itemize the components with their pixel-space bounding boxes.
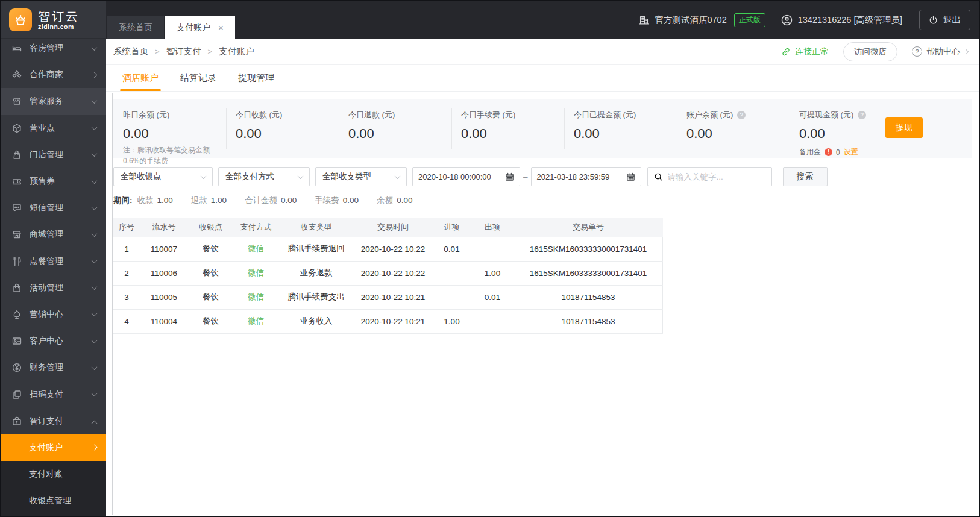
- breadcrumb-bar: 系统首页 > 智订支付 > 支付账户 连接正常 访问微店 ? 帮助中心: [106, 39, 979, 65]
- cell-txn: 101871154853: [514, 285, 663, 309]
- building-icon: [639, 15, 649, 25]
- sidebar-item-shop[interactable]: 门店管理: [1, 142, 106, 168]
- help-center-link[interactable]: ? 帮助中心: [912, 46, 968, 57]
- transaction-type-select[interactable]: 全部收支类型: [315, 167, 407, 186]
- breadcrumb-item[interactable]: 支付账户: [219, 46, 254, 57]
- cell-serial: 110007: [140, 237, 188, 261]
- transaction-type-select-value: 全部收支类型: [322, 171, 371, 182]
- cashier-select-value: 全部收银点: [121, 171, 162, 182]
- app-window: 智订云 zidinn.com 客房管理合作商家管家服务营业点门店管理预售券短信管…: [0, 0, 980, 517]
- sidebar-item-food[interactable]: 点餐管理: [1, 248, 106, 275]
- close-icon[interactable]: ×: [218, 23, 224, 32]
- sidebar-item-customer[interactable]: 客户中心: [1, 328, 106, 354]
- sidebar-subitem-payment-account[interactable]: 支付账户: [1, 434, 106, 461]
- reserve-value: 0: [836, 148, 840, 157]
- sidebar-item-rooms[interactable]: 客房管理: [1, 35, 106, 61]
- sidebar-item-marketing[interactable]: 营销中心: [1, 301, 106, 328]
- sidebar-item-label: 智订支付: [30, 416, 63, 427]
- cashier-select[interactable]: 全部收银点: [113, 167, 213, 186]
- reserve-settings-link[interactable]: 设置: [844, 147, 858, 157]
- search-input[interactable]: [668, 172, 765, 181]
- help-icon[interactable]: ?: [737, 111, 746, 119]
- cell-time: 2020-10-22 10:22: [354, 261, 432, 285]
- logout-button[interactable]: 退出: [919, 10, 970, 30]
- help-icon[interactable]: ?: [858, 111, 866, 119]
- cell-time: 2020-10-22 10:21: [354, 285, 432, 309]
- page-content: 昨日余额 (元) 0.00 注：腾讯收取每笔交易金额0.6%的手续费 今日收款 …: [106, 92, 979, 516]
- user-name: 13421316226 [高级管理员]: [798, 14, 902, 26]
- stat-label-text: 可提现金额 (元): [799, 110, 853, 121]
- chevron-down-icon: [201, 173, 207, 179]
- window-tab-home[interactable]: 系统首页: [107, 16, 164, 39]
- date-to-input[interactable]: 2021-03-18 23:59:59: [531, 167, 641, 186]
- sidebar-item-sms[interactable]: 短信管理: [1, 195, 106, 221]
- sidebar-subitem-cashier-management[interactable]: 收银点管理: [1, 487, 106, 514]
- tab-withdrawal-management[interactable]: 提现管理: [238, 65, 274, 91]
- cell-cashier: 餐饮: [188, 309, 233, 333]
- cell-out: [471, 309, 514, 333]
- summary-item: 合计金额0.00: [245, 195, 297, 206]
- chevron-down-icon: [92, 284, 98, 290]
- visit-shop-button[interactable]: 访问微店: [843, 42, 897, 61]
- cell-cashier: 餐饮: [188, 261, 233, 285]
- window-tab-payment-account[interactable]: 支付账户 ×: [165, 16, 235, 39]
- cell-type: 腾讯手续费退回: [278, 237, 354, 261]
- stat-card-account-balance: 账户余额 (元) ? 0.00: [677, 99, 790, 158]
- sidebar-item-scan[interactable]: 扫码支付: [1, 381, 106, 407]
- stat-value: 0.00: [574, 126, 677, 142]
- stat-label: 昨日余额 (元): [123, 110, 226, 121]
- sidebar-item-activity[interactable]: 活动管理: [1, 275, 106, 301]
- stat-card-today-fee: 今日手续费 (元) 0.00: [451, 99, 564, 158]
- sidebar-item-butler[interactable]: 管家服务: [1, 88, 106, 114]
- stat-value: 0.00: [348, 126, 451, 142]
- stat-card-yesterday-balance: 昨日余额 (元) 0.00 注：腾讯收取每笔交易金额0.6%的手续费: [113, 99, 226, 158]
- sidebar-submenu: 支付账户支付对账收银点管理: [1, 434, 106, 516]
- chevron-down-icon: [92, 311, 98, 317]
- payment-method-select[interactable]: 全部支付方式: [218, 167, 310, 186]
- summary-item-value: 0.00: [281, 196, 297, 205]
- search-button[interactable]: 搜索: [783, 167, 828, 186]
- sidebar-item-ticket[interactable]: 预售券: [1, 168, 106, 195]
- chevron-down-icon: [92, 364, 98, 370]
- cell-cashier: 餐饮: [188, 237, 233, 261]
- sidebar-subitem-payment-reconciliation[interactable]: 支付对账: [1, 461, 106, 487]
- payment-method-select-value: 全部支付方式: [225, 171, 274, 182]
- zpay-icon: [12, 416, 22, 426]
- table-body: 1110007餐饮微信腾讯手续费退回2020-10-22 10:220.0116…: [113, 237, 663, 333]
- sidebar-item-partner[interactable]: 合作商家: [1, 61, 106, 88]
- chevron-down-icon: [92, 98, 98, 104]
- sidebar-item-zpay[interactable]: 智订支付: [1, 408, 106, 434]
- sidebar-item-finance[interactable]: 财务管理: [1, 354, 106, 381]
- column-header: 交易时间: [354, 218, 432, 237]
- marketing-icon: [12, 309, 22, 319]
- brand-domain: zidinn.com: [38, 23, 80, 30]
- summary-item: 退款1.00: [191, 195, 227, 206]
- sidebar-item-label: 管家服务: [30, 96, 63, 107]
- stat-value: 0.00: [461, 126, 564, 142]
- filter-bar: 全部收银点 全部支付方式 全部收支类型 2020-10-18 00:00:00 …: [113, 167, 972, 186]
- sidebar-item-outlet[interactable]: 营业点: [1, 115, 106, 142]
- butler-icon: [12, 96, 22, 107]
- cell-out: [471, 237, 514, 261]
- summary-item-label: 退款: [191, 196, 207, 205]
- breadcrumb-item[interactable]: 智订支付: [166, 46, 201, 57]
- summary-item: 手续费0.00: [315, 195, 359, 206]
- sidebar-item-mall[interactable]: 商城管理: [1, 221, 106, 248]
- sidebar-item-label: 活动管理: [30, 283, 63, 293]
- scan-icon: [12, 389, 22, 400]
- table-header: 序号流水号收银点支付方式收支类型交易时间进项出项交易单号: [113, 218, 663, 237]
- date-from-value: 2020-10-18 00:00:00: [418, 172, 491, 181]
- window-tab-label: 支付账户: [177, 22, 210, 33]
- date-from-input[interactable]: 2020-10-18 00:00:00: [412, 167, 520, 186]
- ticket-icon: [12, 177, 22, 187]
- withdraw-button[interactable]: 提现: [885, 118, 923, 138]
- chevron-right-icon: [964, 49, 969, 54]
- stat-value: 0.00: [236, 126, 339, 142]
- logo[interactable]: 智订云 zidinn.com: [1, 1, 106, 39]
- tab-hotel-account[interactable]: 酒店账户: [122, 65, 159, 91]
- summary-item-label: 收款: [137, 196, 154, 205]
- breadcrumb-item[interactable]: 系统首页: [113, 46, 148, 57]
- tab-settlement-records[interactable]: 结算记录: [180, 65, 216, 91]
- sidebar-item-label: 财务管理: [30, 362, 63, 373]
- stat-note: 注：腾讯收取每笔交易金额0.6%的手续费: [123, 145, 224, 166]
